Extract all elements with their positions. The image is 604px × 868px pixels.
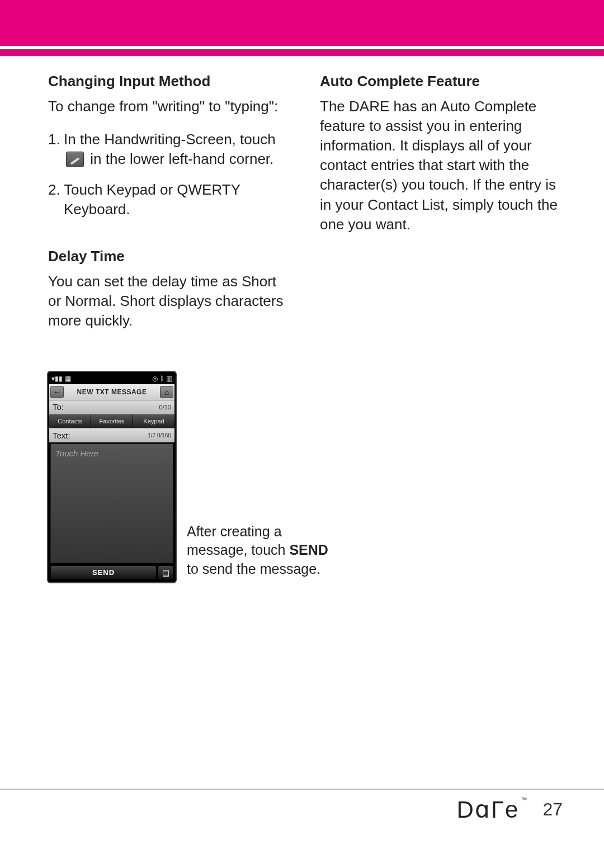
caption-part1: After creating a message, touch	[187, 523, 289, 558]
intro-para: To change from "writing" to "typing":	[48, 97, 293, 116]
step-2-text: Touch Keypad or QWERTY Keyboard.	[64, 180, 293, 219]
phone-caption: After creating a message, touch SEND to …	[187, 522, 332, 583]
auto-complete-para: The DARE has an Auto Complete feature to…	[320, 97, 565, 234]
text-input-area[interactable]: Touch Here	[50, 444, 173, 563]
grid-icon: ▦	[65, 375, 71, 383]
to-count: 0/10	[159, 404, 171, 411]
phone-row: ▾▮▮ ▦ ◎ ᛒ ▥ ← NEW TXT MESSAGE ⌂ To: 0/10…	[0, 371, 604, 583]
logo-text: DɑΓe	[457, 796, 520, 823]
step-2: 2. Touch Keypad or QWERTY Keyboard.	[48, 180, 293, 219]
screen-title: NEW TXT MESSAGE	[77, 388, 147, 396]
header-bar-thin	[0, 49, 604, 56]
heading-changing-input: Changing Input Method	[48, 72, 293, 91]
text-count: 1/7 0/160	[148, 432, 171, 438]
status-bar: ▾▮▮ ▦ ◎ ᛒ ▥	[49, 373, 174, 384]
heading-delay-time: Delay Time	[48, 247, 293, 266]
to-row: To: 0/10	[49, 400, 174, 414]
title-bar: ← NEW TXT MESSAGE ⌂	[49, 384, 174, 400]
content-columns: Changing Input Method To change from "wr…	[0, 56, 604, 344]
signal-icon: ▾▮▮	[51, 375, 63, 383]
phone-mock: ▾▮▮ ▦ ◎ ᛒ ▥ ← NEW TXT MESSAGE ⌂ To: 0/10…	[47, 371, 177, 583]
step-1: 1. In the Handwriting-Screen, touch in t…	[48, 130, 293, 169]
step-1b: in the lower left-hand corner.	[90, 150, 273, 167]
step-1a: In the Handwriting-Screen, touch	[64, 131, 276, 148]
caption-part2: to send the message.	[187, 561, 320, 577]
header-bar-top	[0, 0, 604, 46]
right-column: Auto Complete Feature The DARE has an Au…	[320, 72, 565, 344]
back-button[interactable]: ←	[50, 386, 64, 398]
step-1-number: 1.	[48, 130, 64, 169]
options-button[interactable]: ▤	[158, 565, 173, 580]
text-row: Text: 1/7 0/160	[49, 428, 174, 442]
heading-auto-complete: Auto Complete Feature	[320, 72, 565, 91]
pencil-icon	[66, 152, 84, 167]
page-number: 27	[542, 799, 563, 820]
caption-bold: SEND	[289, 542, 328, 558]
delay-para: You can set the delay time as Short or N…	[48, 272, 293, 331]
send-bar: SEND ▤	[49, 564, 174, 581]
home-button[interactable]: ⌂	[160, 386, 173, 398]
send-button[interactable]: SEND	[50, 565, 157, 580]
footer: DɑΓe™ 27	[457, 796, 563, 823]
battery-icon: ▥	[166, 375, 172, 383]
tab-contacts[interactable]: Contacts	[49, 414, 91, 428]
step-2-number: 2.	[48, 180, 64, 219]
step-1-text: In the Handwriting-Screen, touch in the …	[64, 130, 293, 169]
to-label: To:	[53, 402, 64, 412]
footer-divider	[0, 789, 604, 790]
dare-logo: DɑΓe™	[457, 796, 528, 823]
bluetooth-icon: ᛒ	[160, 375, 164, 383]
text-label: Text:	[53, 431, 70, 440]
tabs: Contacts Favorites Keypad	[49, 414, 174, 428]
left-column: Changing Input Method To change from "wr…	[48, 72, 293, 344]
tab-favorites[interactable]: Favorites	[91, 414, 133, 428]
target-icon: ◎	[152, 375, 158, 383]
tab-keypad[interactable]: Keypad	[133, 414, 174, 428]
trademark: ™	[520, 796, 528, 804]
